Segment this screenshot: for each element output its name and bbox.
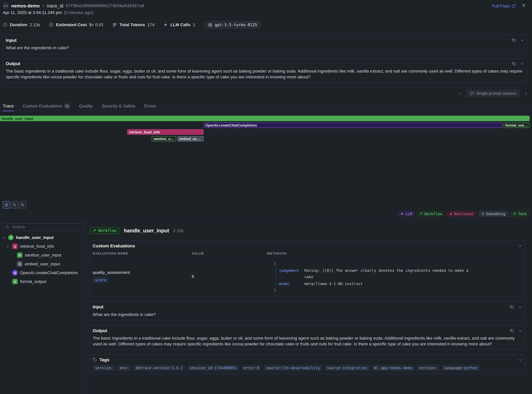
legend-task[interactable]: Task — [510, 211, 529, 217]
tag-pill[interactable]: version: — [417, 365, 439, 371]
sparkle-icon — [163, 22, 168, 27]
relative-time: (3 minutes ago) — [64, 10, 93, 15]
tag-key: error: — [243, 366, 257, 370]
span-detail-header: Workflow handle_user_input 2.13s — [89, 227, 183, 234]
evaluation-name: quality_assessment — [93, 270, 130, 275]
openai-logo-icon — [208, 23, 212, 27]
metric-duration: Duration 2.13s — [3, 22, 40, 27]
tab-errors[interactable]: Errors — [144, 101, 156, 111]
zoom-out-button[interactable] — [11, 201, 18, 209]
tab-quality[interactable]: Quality — [79, 101, 93, 111]
tree-item-sanitize-user-input[interactable]: sanitize_user_input — [0, 251, 85, 259]
chevron-down-icon[interactable] — [518, 244, 522, 248]
tag-pill[interactable]: error:0 — [241, 365, 262, 371]
span-duration: 2.13s — [173, 228, 184, 233]
detail-output-card: Output The basic ingredients in a tradit… — [89, 325, 525, 349]
chevron-down-icon[interactable] — [2, 236, 6, 239]
legend-label: Embedding — [486, 212, 506, 216]
detail-input-title: Input — [93, 304, 103, 309]
tag-key: service: — [95, 366, 113, 370]
span-format-output[interactable]: format_output — [503, 123, 530, 128]
span-type-legend: LLM Workflow Retrieval Embedding — [398, 211, 529, 217]
tag-pill[interactable]: service: — [93, 365, 115, 371]
session-selector[interactable]: Single prompt session — [466, 89, 520, 97]
tree-item-format-output[interactable]: format_output — [0, 277, 85, 286]
tag-pill[interactable]: ml_app:nemos-demo — [372, 365, 414, 371]
tab-label: Errors — [144, 104, 156, 109]
chevron-down-icon[interactable] — [6, 244, 10, 248]
tree-item-label: handle_user_input — [16, 235, 54, 240]
metadata-value: cake — [304, 274, 313, 280]
tag-key: session_id: — [190, 366, 214, 370]
legend-label: LLM — [406, 212, 412, 216]
evaluations-table-header: EVALUATION NAME VALUE METADATA — [90, 250, 525, 258]
chevron-down-icon[interactable] — [518, 358, 522, 362]
previous-session-icon[interactable] — [458, 91, 463, 96]
chevron-down-icon[interactable] — [520, 38, 524, 42]
full-page-link[interactable]: Full Page — [492, 4, 516, 9]
reset-zoom-button[interactable] — [3, 201, 10, 209]
legend-workflow[interactable]: Workflow — [417, 211, 444, 217]
tag-value: 0 — [257, 366, 259, 370]
tag-pill[interactable]: source:integration — [325, 365, 370, 371]
tag-pill[interactable]: env: — [118, 365, 131, 371]
tab-custom-evaluations[interactable]: Custom Evaluations 1 — [23, 101, 70, 111]
span-sanitize-user-input[interactable]: sanitize_user_input — [152, 136, 176, 141]
tag-pill[interactable]: ddtrace.version:3.4.1 — [133, 365, 185, 371]
span-handle-user-input[interactable]: handle_user_input — [0, 116, 530, 121]
span-openai-createchatcompletion[interactable]: OpenAI.createChatCompletion — [204, 123, 502, 128]
tree-item-label: retrieve_food_info — [20, 244, 54, 249]
span-tree-pane: handle_user_input retrieve_food_info — [0, 220, 85, 394]
timestamp: Apr 11, 2025 at 3:34:11.245 pm — [3, 10, 62, 15]
tag-key: language: — [444, 366, 464, 370]
tree-item-retrieve-food-info[interactable]: retrieve_food_info — [0, 242, 85, 251]
copy-icon[interactable] — [510, 305, 514, 309]
chevron-down-icon[interactable] — [518, 329, 522, 333]
chevron-down-icon[interactable] — [518, 305, 522, 309]
metric-label: Total Tokens — [119, 22, 145, 27]
tag-pill[interactable]: source:llm-observability — [264, 365, 322, 371]
tag-pill[interactable]: language:python — [441, 365, 480, 371]
tree-item-handle-user-input[interactable]: handle_user_input — [0, 233, 85, 242]
chevron-down-icon[interactable] — [520, 62, 524, 66]
model-pill: gpt-3.5-turbo-0125 — [204, 21, 261, 28]
tag-key: source: — [266, 366, 282, 370]
breadcrumb: </> nemos-demo > trace_id 67f96eb3000000… — [3, 3, 144, 9]
next-session-icon[interactable] — [523, 91, 528, 96]
tree-item-embed-user-input[interactable]: embed_user_input — [0, 259, 85, 268]
metadata-value: Rating: [[8]] The answer clearly denotes… — [304, 267, 468, 274]
model-name: gpt-3.5-turbo-0125 — [215, 22, 257, 27]
tag-value: integration — [342, 366, 367, 370]
tree-item-label: embed_user_input — [25, 262, 60, 266]
cost-icon: $ — [49, 22, 54, 27]
tab-security-safety[interactable]: Security & Safety — [102, 101, 135, 111]
custom-evaluations-title: Custom Evaluations — [93, 243, 135, 248]
copy-icon[interactable] — [510, 328, 514, 333]
metadata-close-brace: } — [274, 287, 522, 294]
copy-icon[interactable] — [512, 61, 516, 66]
span-embed-user-input[interactable]: embed_user_input — [177, 136, 204, 141]
tab-trace[interactable]: Trace — [3, 101, 14, 111]
tree-item-openai-createchatcompletion[interactable]: OpenAI.createChatCompletion — [0, 268, 85, 277]
search-input[interactable] — [12, 224, 81, 230]
copy-icon[interactable] — [512, 38, 516, 42]
metric-tokens: Total Tokens 174 — [112, 22, 154, 27]
evaluation-metadata: { judgement Rating: [[8]] The answer cle… — [267, 261, 522, 294]
legend-retrieval[interactable]: Retrieval — [446, 211, 476, 217]
close-icon[interactable] — [522, 3, 526, 8]
tag-key: source: — [327, 366, 343, 370]
tag-pill[interactable]: session_id:1744400051 — [187, 365, 239, 371]
legend-llm[interactable]: LLM — [398, 211, 415, 217]
tab-badge: 1 — [64, 104, 70, 109]
metrics-row: Duration 2.13s $ Estimated Cost $< 0.01 … — [3, 21, 261, 28]
tag-value: python — [464, 366, 477, 370]
output-card: Output The basic ingredients in a tradit… — [3, 58, 527, 83]
tag-value: 1744400051 — [214, 366, 237, 370]
tag-value: nemos-demo — [390, 366, 412, 370]
metric-value: 2.13s — [30, 22, 40, 27]
zoom-in-button[interactable] — [19, 201, 26, 209]
custom-evaluations-card: Custom Evaluations EVALUATION NAME VALUE… — [89, 241, 525, 296]
legend-embedding[interactable]: Embedding — [478, 211, 508, 217]
span-retrieve-food-info[interactable]: retrieve_food_info — [127, 129, 204, 135]
breadcrumb-app[interactable]: nemos-demo — [11, 3, 40, 8]
